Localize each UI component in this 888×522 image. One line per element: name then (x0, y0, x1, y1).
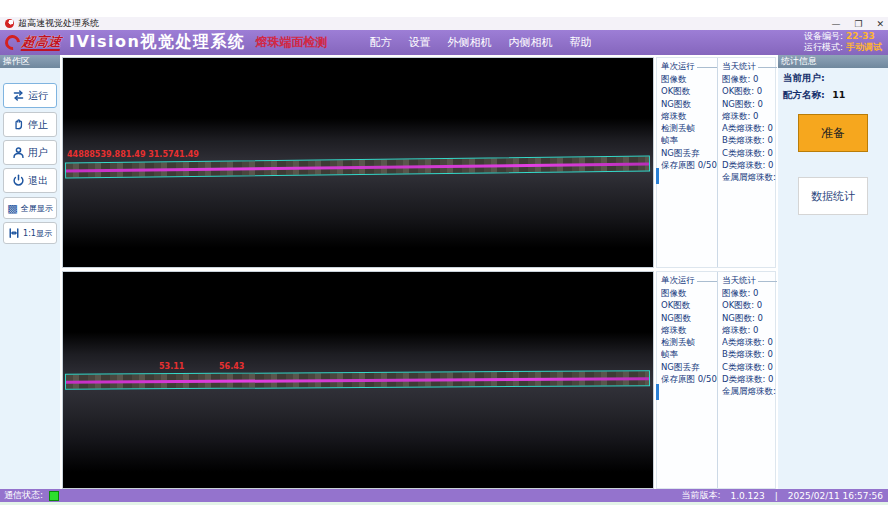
operation-panel-header: 操作区 (0, 55, 60, 68)
run-button-label: 运行 (28, 89, 48, 103)
comm-status-label: 通信状态: (4, 489, 43, 502)
minimize-button[interactable]: — (831, 19, 840, 29)
device-info: 设备编号:22-33 运行模式:手动调试 (804, 31, 882, 53)
fullscreen-button[interactable]: ▩ 全屏显示 (3, 197, 57, 219)
single-run-title: 单次运行 (661, 61, 717, 73)
app-subtitle: 熔珠端面检测 (255, 34, 327, 51)
exit-button-label: 退出 (28, 174, 48, 188)
stat-row: 检测丢帧 (661, 336, 717, 348)
stat-row: 保存原图 0/500 (661, 373, 717, 385)
single-run-column: 单次运行 图像数 OK图数 NG图数 熔珠数 检测丢帧 帧率 NG图丢弃 保存原… (657, 58, 717, 267)
menu-help[interactable]: 帮助 (569, 35, 591, 50)
stat-row: D类熔珠数: 0 (722, 159, 777, 171)
version-info: 当前版本: 1.0.123 | 2025/02/11 16:57:56 (681, 489, 883, 502)
run-button[interactable]: 运行 (3, 83, 57, 108)
stat-row: 图像数 (661, 73, 717, 85)
device-number-value: 22-33 (846, 31, 875, 41)
stat-row: 图像数: 0 (722, 73, 777, 85)
camera-view-bottom: 53.11 56.43 (62, 271, 654, 489)
recipe-name-value: 11 (832, 89, 845, 100)
stat-row: 熔珠数: 0 (722, 324, 777, 336)
stat-row: B类熔珠数: 0 (722, 134, 777, 146)
splitter-accent (656, 384, 659, 400)
detection-roi-box (65, 370, 650, 390)
stat-row: NG图数: 0 (722, 312, 777, 324)
datetime: 2025/02/11 16:57:56 (788, 491, 883, 501)
run-loop-icon (12, 89, 25, 102)
stats-panel-bottom: 单次运行 图像数 OK图数 NG图数 熔珠数 检测丢帧 帧率 NG图丢弃 保存原… (656, 271, 776, 489)
today-stats-column: 当天统计 图像数: 0 OK图数: 0 NG图数: 0 熔珠数: 0 A类熔珠数… (717, 58, 777, 267)
user-button[interactable]: 用户 (3, 140, 57, 165)
one-to-one-button[interactable]: 1:1显示 (3, 222, 57, 244)
stat-row: 金属屑熔珠数: 0 (722, 385, 777, 397)
app-title: IVision视觉处理系统 (69, 32, 245, 53)
stat-row: OK图数 (661, 299, 717, 311)
today-stats-title: 当天统计 (722, 61, 777, 73)
data-statistics-button[interactable]: 数据统计 (798, 177, 868, 215)
stat-row: NG图数 (661, 312, 717, 324)
main-menu: 配方 设置 外侧相机 内侧相机 帮助 (369, 35, 591, 50)
stat-row: OK图数: 0 (722, 299, 777, 311)
stat-row: NG图数 (661, 98, 717, 110)
run-mode-label: 运行模式: (804, 42, 843, 52)
menu-outer-camera[interactable]: 外侧相机 (447, 35, 491, 50)
statistics-info-panel: 统计信息 当前用户: 配方名称: 11 准备 数据统计 (778, 55, 888, 490)
stat-row: 检测丢帧 (661, 122, 717, 134)
camera-view-top: 44888539.881.49 31.5741.49 (62, 57, 654, 268)
today-stats-column: 当天统计 图像数: 0 OK图数: 0 NG图数: 0 熔珠数: 0 A类熔珠数… (717, 272, 777, 488)
single-run-title: 单次运行 (661, 275, 717, 287)
comm-status-indicator (49, 491, 59, 501)
stat-row: 金属屑熔珠数: 0 (722, 171, 777, 183)
stat-row: D类熔珠数: 0 (722, 373, 777, 385)
one-to-one-button-label: 1:1显示 (23, 228, 52, 239)
version-value: 1.0.123 (730, 491, 764, 501)
stat-row: 帧率 (661, 348, 717, 360)
stat-row: A类熔珠数: 0 (722, 336, 777, 348)
stop-button[interactable]: 停止 (3, 112, 57, 137)
single-run-column: 单次运行 图像数 OK图数 NG图数 熔珠数 检测丢帧 帧率 NG图丢弃 保存原… (657, 272, 717, 488)
stat-row: A类熔珠数: 0 (722, 122, 777, 134)
window-title: 超高速视觉处理系统 (18, 17, 99, 30)
recipe-name-row: 配方名称: 11 (783, 89, 888, 102)
stat-row: 熔珠数 (661, 324, 717, 336)
menu-settings[interactable]: 设置 (408, 35, 430, 50)
stat-row: C类熔珠数: 0 (722, 147, 777, 159)
recipe-name-label: 配方名称: (783, 89, 825, 100)
today-stats-title: 当天统计 (722, 275, 777, 287)
stat-row: NG图数: 0 (722, 98, 777, 110)
app-logo-icon (5, 19, 14, 28)
stat-row: 保存原图 0/500 (661, 159, 717, 171)
stat-row: NG图丢弃 (661, 361, 717, 373)
run-mode-value: 手动调试 (846, 42, 882, 52)
current-user-row: 当前用户: (783, 72, 888, 85)
menu-inner-camera[interactable]: 内侧相机 (508, 35, 552, 50)
close-button[interactable]: ✕ (876, 19, 884, 29)
brand-logo-text: 超高速 (21, 35, 63, 51)
app-header: 超高速 IVision视觉处理系统 熔珠端面检测 配方 设置 外侧相机 内侧相机… (0, 30, 888, 55)
user-button-label: 用户 (28, 146, 48, 160)
operation-sidebar: 操作区 运行 停止 用户 (0, 55, 60, 490)
current-user-label: 当前用户: (783, 72, 825, 83)
stat-row: B类熔珠数: 0 (722, 348, 777, 360)
stop-button-label: 停止 (28, 118, 48, 132)
statusbar: 通信状态: 当前版本: 1.0.123 | 2025/02/11 16:57:5… (0, 489, 888, 502)
stat-row: C类熔珠数: 0 (722, 361, 777, 373)
measure-line (66, 162, 649, 172)
app-window: 超高速视觉处理系统 — ❐ ✕ 超高速 IVision视觉处理系统 熔珠端面检测… (0, 0, 888, 522)
splitter-accent (656, 168, 659, 184)
bottom-strip (0, 502, 888, 505)
version-label: 当前版本: (681, 489, 720, 502)
device-number-label: 设备编号: (804, 31, 843, 41)
prepare-button[interactable]: 准备 (798, 114, 868, 152)
stat-row: 帧率 (661, 134, 717, 146)
menu-recipe[interactable]: 配方 (369, 35, 391, 50)
fullscreen-icon: ▩ (7, 203, 17, 214)
maximize-button[interactable]: ❐ (854, 19, 862, 29)
user-icon (12, 146, 25, 159)
measurement-annotation: 53.11 (159, 362, 184, 371)
separator: | (775, 491, 778, 501)
stop-hand-icon (12, 118, 25, 131)
exit-button[interactable]: 退出 (3, 168, 57, 193)
stat-row: NG图丢弃 (661, 147, 717, 159)
stat-row: 图像数 (661, 287, 717, 299)
